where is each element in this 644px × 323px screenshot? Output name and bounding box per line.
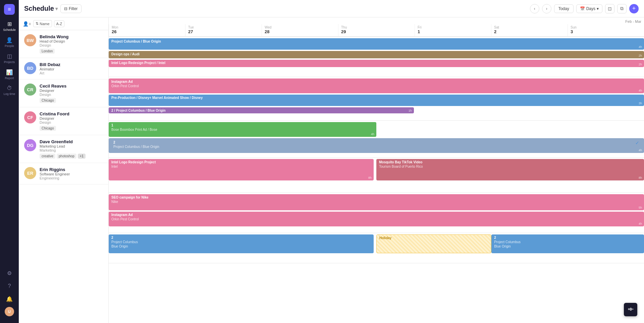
event-bar[interactable]: 2 Project Columbus Blue Origin: [109, 234, 374, 253]
person-name: Bill Debaz: [40, 62, 103, 67]
row-events-cristina: Intel Logo Redesign Project Intel 8h Mos…: [109, 158, 644, 193]
schedule-row-cristina: Intel Logo Redesign Project Intel 8h Mos…: [109, 158, 644, 193]
event-bar[interactable]: Holiday: [376, 234, 491, 253]
sidebar-item-logtime[interactable]: ⏱ Log time: [1, 83, 17, 98]
settings-button[interactable]: ⚙: [1, 268, 17, 278]
row-events-erin: 2 Project Columbus Blue Origin Holiday 2…: [109, 233, 644, 263]
event-bar[interactable]: Instagram Ad Orkin Pest Control 4h: [109, 212, 644, 226]
person-name: Cecil Reaves: [40, 84, 103, 89]
person-name: Erin Riggins: [40, 167, 103, 172]
today-button[interactable]: Today: [554, 4, 574, 13]
person-info-bill: Bill Debaz Animator Art: [40, 62, 103, 75]
add-button[interactable]: +: [629, 4, 639, 13]
schedule-icon: ⊞: [7, 21, 12, 27]
person-tags: creative photoshop +1: [40, 154, 103, 159]
people-icon: 👤: [6, 37, 13, 43]
event-bar[interactable]: SEO campaign for Nike Nike 5h: [109, 194, 644, 210]
schedule-row-belinda: Project Columbus / Blue Origin 4h Design…: [109, 37, 644, 77]
sidebar-item-people[interactable]: 👤 People: [1, 35, 17, 50]
content-area: 👤+ ⇅ Name A-Z BW Belinda Wong Head of De…: [19, 17, 644, 323]
notifications-icon: 🔔: [6, 296, 13, 302]
help-button[interactable]: ?: [1, 281, 17, 291]
report-icon: 📊: [6, 69, 13, 75]
person-info-cecil: Cecil Reaves Designer Design Chicago: [40, 84, 103, 103]
notifications-button[interactable]: 🔔: [1, 294, 17, 304]
sidebar-item-label: Projects: [4, 60, 15, 64]
sidebar-item-schedule[interactable]: ⊞ Schedule: [1, 19, 17, 34]
day-col-thu: Thu 29: [338, 24, 415, 36]
date-range-label: Feb - Mar: [109, 17, 644, 24]
sort-az-button[interactable]: A-Z: [54, 20, 65, 27]
checkmark-icon: ✓: [635, 140, 639, 146]
schedule-area: Feb - Mar Mon 26 Tue 27 Wed 28: [109, 17, 644, 323]
event-bar[interactable]: Intel Logo Redesign Project Intel 8h: [109, 159, 374, 180]
person-tags: Chicago: [40, 126, 103, 131]
date-header: Feb - Mar Mon 26 Tue 27 Wed 28: [109, 17, 644, 37]
event-bar[interactable]: 1 Bose Boombox Print Ad / Bose 4h: [109, 122, 376, 137]
person-dept: Marketing: [40, 148, 103, 152]
person-dept: Design: [40, 43, 103, 47]
person-role: Marketing Lead: [40, 144, 103, 148]
floating-action-button[interactable]: ⬲: [624, 303, 637, 316]
avatar-cecil: CR: [24, 84, 36, 96]
event-bar[interactable]: Instagram Ad Orkin Pest Control 4h: [109, 78, 644, 93]
tag: London: [40, 49, 55, 54]
event-bar[interactable]: Intel Logo Redesign Project / Intel 2h: [109, 60, 644, 67]
sidebar-item-report[interactable]: 📊 Report: [1, 67, 17, 82]
row-events-belinda: Project Columbus / Blue Origin 4h Design…: [109, 37, 644, 77]
title-dropdown-arrow[interactable]: ▾: [55, 6, 58, 11]
logtime-icon: ⏱: [7, 85, 12, 91]
avatar-cristina: CF: [24, 111, 36, 123]
main-area: Schedule ▾ ⊟ Filter ‹ › Today 📅 Days ▾ ⊡…: [19, 0, 644, 323]
avatar-belinda: BW: [24, 34, 36, 46]
person-card-erin: ER Erin Riggins Software Engineer Engine…: [19, 163, 108, 184]
person-dept: Engineering: [40, 176, 103, 180]
event-bar[interactable]: 2 Project Columbus Blue Origin: [491, 234, 644, 253]
person-info-dave: Dave Greenfield Marketing Lead Marketing…: [40, 139, 103, 159]
event-bar[interactable]: Design ops / Audi 2h: [109, 51, 644, 58]
event-bar[interactable]: Pre-Production / Disney+ Marvel Animated…: [109, 95, 644, 106]
schedule-row-cecil: 1 Bose Boombox Print Ad / Bose 4h 2 Proj…: [109, 121, 644, 158]
event-bar[interactable]: Project Columbus / Blue Origin 4h: [109, 38, 644, 50]
row-events-cecil: 1 Bose Boombox Print Ad / Bose 4h 2 Proj…: [109, 121, 644, 157]
sort-icon: ⇅: [36, 21, 39, 26]
event-bar[interactable]: 2 / Project Columbus / Blue Origin 1h: [109, 107, 414, 113]
person-card-cristina: CF Cristina Foord Designer Design Chicag…: [19, 107, 108, 135]
days-dropdown[interactable]: 📅 Days ▾: [576, 4, 602, 13]
person-name: Cristina Foord: [40, 111, 103, 116]
add-person-icon[interactable]: 👤+: [23, 21, 31, 26]
day-col-tue: Tue 27: [185, 24, 262, 36]
next-button[interactable]: ›: [542, 4, 551, 13]
sidebar-bottom: ⚙ ? 🔔 U: [1, 268, 17, 319]
external-link-button[interactable]: ⧉: [617, 4, 627, 13]
person-dept: Design: [40, 120, 103, 124]
person-dept: Design: [40, 93, 103, 97]
schedule-row-bill: Instagram Ad Orkin Pest Control 4h Pre-P…: [109, 77, 644, 121]
tag: Chicago: [40, 126, 56, 131]
sidebar-item-projects[interactable]: ◫ Projects: [1, 51, 17, 66]
sidebar-item-label: People: [5, 44, 14, 48]
calendar-icon: 📅: [580, 6, 585, 11]
person-role: Designer: [40, 116, 103, 120]
topbar: Schedule ▾ ⊟ Filter ‹ › Today 📅 Days ▾ ⊡…: [19, 0, 644, 17]
filter-icon: ⊟: [64, 6, 67, 11]
person-dept: Art: [40, 71, 103, 75]
prev-button[interactable]: ‹: [530, 4, 539, 13]
avatar-erin: ER: [24, 167, 36, 179]
sidebar: ≡ ⊞ Schedule 👤 People ◫ Projects 📊 Repor…: [0, 0, 19, 323]
person-tags: London: [40, 49, 103, 54]
sort-name-button[interactable]: ⇅ Name: [33, 20, 52, 27]
view-toggle-button[interactable]: ⊡: [605, 4, 614, 13]
person-card-belinda: BW Belinda Wong Head of Design Design Lo…: [19, 30, 108, 58]
event-bar[interactable]: 2 Project Columbus / Blue Origin ✓ 4h: [109, 138, 644, 153]
user-avatar[interactable]: U: [5, 307, 14, 316]
person-card-cecil: CR Cecil Reaves Designer Design Chicago: [19, 79, 108, 107]
person-card-bill: BD Bill Debaz Animator Art: [19, 58, 108, 79]
filter-button[interactable]: ⊟ Filter: [60, 4, 82, 13]
tag-photoshop: photoshop: [57, 154, 76, 159]
person-name: Belinda Wong: [40, 34, 103, 39]
people-panel-header: 👤+ ⇅ Name A-Z: [19, 17, 108, 30]
event-bar[interactable]: Mosquito Bay TikTok Video Tourism Board …: [376, 159, 644, 180]
day-columns: Mon 26 Tue 27 Wed 28 Thu: [109, 24, 644, 36]
day-col-sun: Sun 3: [568, 24, 644, 36]
